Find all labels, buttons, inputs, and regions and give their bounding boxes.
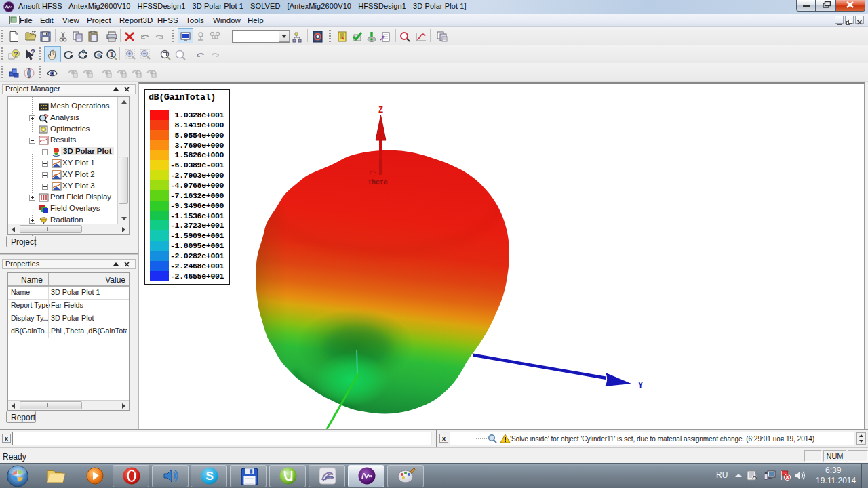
svg-text:Z: Z	[378, 106, 383, 115]
svg-text:?: ?	[14, 50, 18, 58]
svg-text:?: ?	[31, 49, 35, 56]
svg-text:Y: Y	[638, 381, 644, 390]
svg-text:1: 1	[110, 51, 114, 58]
svg-text:Theta: Theta	[368, 179, 388, 186]
svg-text:S: S	[206, 470, 214, 483]
